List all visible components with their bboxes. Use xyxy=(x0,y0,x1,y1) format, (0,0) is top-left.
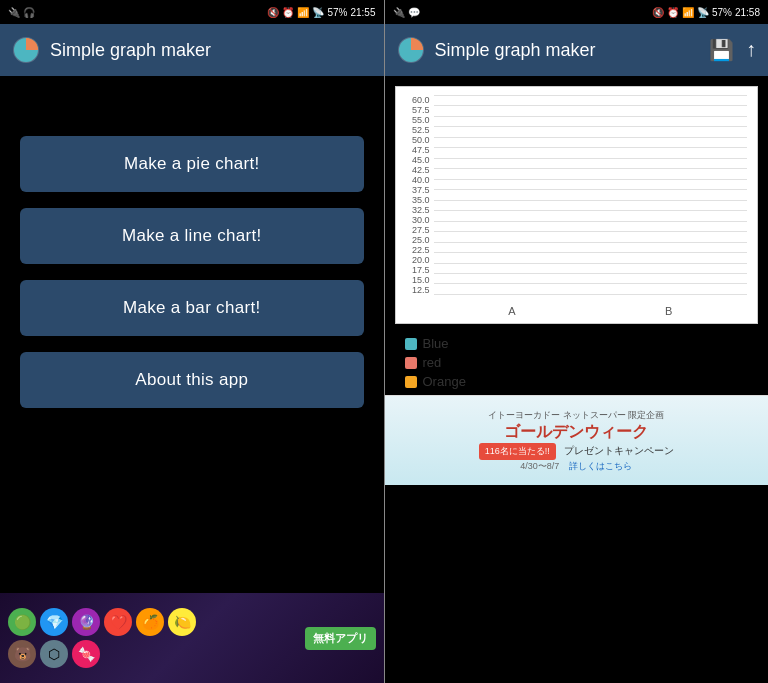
y-label-13: 27.5 xyxy=(398,225,430,235)
left-time: 21:55 xyxy=(350,7,375,18)
y-label-8: 40.0 xyxy=(398,175,430,185)
ito-sub-row: 116名に当たる!! プレゼントキャンペーン xyxy=(479,443,674,460)
legend-item-blue: Blue xyxy=(405,336,749,351)
y-label-11: 32.5 xyxy=(398,205,430,215)
x-label-b: B xyxy=(665,305,672,317)
legend-item-red: red xyxy=(405,355,749,370)
y-label-2: 55.0 xyxy=(398,115,430,125)
candy-brown: 🐻 xyxy=(8,640,36,668)
candy-red: ❤️ xyxy=(104,608,132,636)
mute-icon: 🔇 xyxy=(267,7,279,18)
right-time: 21:58 xyxy=(735,7,760,18)
left-status-bar: 🔌 🎧 🔇 ⏰ 📶 📡 57% 21:55 xyxy=(0,0,384,24)
ito-period-row: 4/30〜8/7 詳しくはこちら xyxy=(520,460,632,473)
right-status-icons-left: 🔌 💬 xyxy=(393,7,420,18)
y-label-9: 37.5 xyxy=(398,185,430,195)
ito-link[interactable]: 詳しくはこちら xyxy=(569,460,632,473)
pie-chart-icon xyxy=(12,36,40,64)
chart-area: 60.0 57.5 55.0 52.5 50.0 47.5 45.0 42.5 … xyxy=(385,76,769,395)
x-labels: A B xyxy=(434,305,748,317)
left-app-bar: Simple graph maker xyxy=(0,24,384,76)
chart-legend: Blue red Orange xyxy=(395,332,759,395)
y-label-15: 22.5 xyxy=(398,245,430,255)
headset-icon: 🎧 xyxy=(23,7,35,18)
y-label-4: 50.0 xyxy=(398,135,430,145)
candy-pink: 🍬 xyxy=(72,640,100,668)
legend-label-orange: Orange xyxy=(423,374,466,389)
alarm-icon-r: ⏰ xyxy=(667,7,679,18)
candy-blue: 💎 xyxy=(40,608,68,636)
candy-yellow: 🍋 xyxy=(168,608,196,636)
y-label-5: 47.5 xyxy=(398,145,430,155)
chart-plot: A B xyxy=(434,87,758,323)
left-app-title: Simple graph maker xyxy=(50,40,372,61)
y-label-7: 42.5 xyxy=(398,165,430,175)
ito-campaign-name: ゴールデンウィーク xyxy=(504,422,648,443)
y-axis: 60.0 57.5 55.0 52.5 50.0 47.5 45.0 42.5 … xyxy=(396,87,434,323)
bars-area xyxy=(434,95,748,295)
right-app-bar: Simple graph maker 💾 ↑ xyxy=(385,24,769,76)
candy-crush-ad[interactable]: 🟢 💎 🔮 ❤️ 🍊 🍋 🐻 ⬡ 🍬 無料アプリ xyxy=(0,593,384,683)
usb-icon-r: 🔌 xyxy=(393,7,405,18)
ito-period: 4/30〜8/7 xyxy=(520,460,559,473)
mute-icon-r: 🔇 xyxy=(652,7,664,18)
y-label-14: 25.0 xyxy=(398,235,430,245)
candy-gray: ⬡ xyxy=(40,640,68,668)
about-button[interactable]: About this app xyxy=(20,352,364,408)
free-app-badge[interactable]: 無料アプリ xyxy=(305,627,376,650)
y-label-10: 35.0 xyxy=(398,195,430,205)
left-status-icons-right: 🔇 ⏰ 📶 📡 57% 21:55 xyxy=(267,7,375,18)
chart-inner: 60.0 57.5 55.0 52.5 50.0 47.5 45.0 42.5 … xyxy=(396,87,758,323)
ito-store-name: イトーヨーカドー ネットスーパー 限定企画 xyxy=(488,409,664,422)
wifi-icon: 📶 xyxy=(297,7,309,18)
pie-chart-button[interactable]: Make a pie chart! xyxy=(20,136,364,192)
left-ad-banner: 🟢 💎 🔮 ❤️ 🍊 🍋 🐻 ⬡ 🍬 無料アプリ xyxy=(0,593,384,683)
wifi-icon-r: 📶 xyxy=(682,7,694,18)
left-status-icons-left: 🔌 🎧 xyxy=(8,7,35,18)
app-bar-actions: 💾 ↑ xyxy=(709,38,756,62)
y-label-19: 12.5 xyxy=(398,285,430,295)
left-panel: 🔌 🎧 🔇 ⏰ 📶 📡 57% 21:55 Simple graph maker… xyxy=(0,0,384,683)
line-chart-button[interactable]: Make a line chart! xyxy=(20,208,364,264)
y-label-12: 30.0 xyxy=(398,215,430,225)
legend-label-blue: Blue xyxy=(423,336,449,351)
left-menu-content: Make a pie chart! Make a line chart! Mak… xyxy=(0,76,384,428)
y-label-0: 60.0 xyxy=(398,95,430,105)
y-label-1: 57.5 xyxy=(398,105,430,115)
signal-icon-r: 📡 xyxy=(697,7,709,18)
y-label-6: 45.0 xyxy=(398,155,430,165)
x-label-a: A xyxy=(508,305,515,317)
y-label-17: 17.5 xyxy=(398,265,430,275)
usb-icon: 🔌 xyxy=(8,7,20,18)
legend-color-blue xyxy=(405,338,417,350)
ito-sub: プレゼントキャンペーン xyxy=(564,444,674,458)
share-icon[interactable]: ↑ xyxy=(746,38,756,62)
legend-label-red: red xyxy=(423,355,442,370)
msg-icon-r: 💬 xyxy=(408,7,420,18)
candy-orange: 🍊 xyxy=(136,608,164,636)
alarm-icon: ⏰ xyxy=(282,7,294,18)
y-label-3: 52.5 xyxy=(398,125,430,135)
y-label-16: 20.0 xyxy=(398,255,430,265)
signal-icon: 📡 xyxy=(312,7,324,18)
legend-item-orange: Orange xyxy=(405,374,749,389)
right-app-title: Simple graph maker xyxy=(435,40,700,61)
y-label-18: 15.0 xyxy=(398,275,430,285)
candy-purple: 🔮 xyxy=(72,608,100,636)
legend-color-red xyxy=(405,357,417,369)
ito-yokado-ad[interactable]: イトーヨーカドー ネットスーパー 限定企画 ゴールデンウィーク 116名に当たる… xyxy=(385,396,769,486)
battery-text-r: 57% xyxy=(712,7,732,18)
candy-green: 🟢 xyxy=(8,608,36,636)
save-icon[interactable]: 💾 xyxy=(709,38,734,62)
right-status-icons-right: 🔇 ⏰ 📶 📡 57% 21:58 xyxy=(652,7,760,18)
ito-badge: 116名に当たる!! xyxy=(479,443,556,460)
bar-chart-button[interactable]: Make a bar chart! xyxy=(20,280,364,336)
bar-chart-container: 60.0 57.5 55.0 52.5 50.0 47.5 45.0 42.5 … xyxy=(395,86,759,324)
right-status-bar: 🔌 💬 🔇 ⏰ 📶 📡 57% 21:58 xyxy=(385,0,769,24)
pie-chart-icon-right xyxy=(397,36,425,64)
right-ad-banner[interactable]: イトーヨーカドー ネットスーパー 限定企画 ゴールデンウィーク 116名に当たる… xyxy=(385,395,769,485)
legend-color-orange xyxy=(405,376,417,388)
battery-text: 57% xyxy=(327,7,347,18)
right-panel: 🔌 💬 🔇 ⏰ 📶 📡 57% 21:58 Simple graph maker… xyxy=(385,0,769,683)
candy-circles: 🟢 💎 🔮 ❤️ 🍊 🍋 🐻 ⬡ 🍬 xyxy=(8,608,208,668)
